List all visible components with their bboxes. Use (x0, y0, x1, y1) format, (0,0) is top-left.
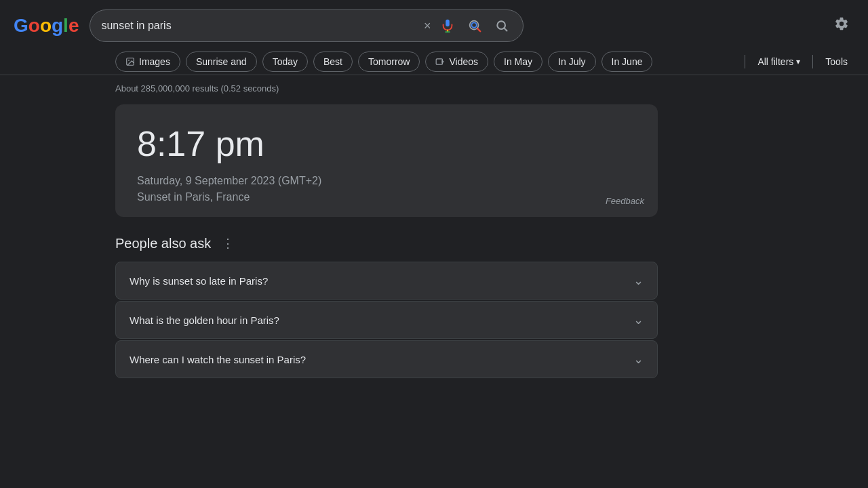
search-submit-button[interactable] (492, 16, 512, 36)
paa-question-2: What is the golden hour in Paris? (130, 314, 279, 326)
feedback-link[interactable]: Feedback (606, 196, 644, 206)
search-query-text: sunset in paris (101, 20, 416, 32)
paa-options-button[interactable]: ⋮ (218, 233, 238, 253)
paa-title: People also ask (115, 236, 211, 251)
chip-images[interactable]: Images (115, 52, 180, 72)
clear-icon[interactable]: × (424, 19, 431, 33)
paa-question-3: Where can I watch the sunset in Paris? (130, 354, 306, 365)
people-also-ask-section: People also ask ⋮ Why is sunset so late … (115, 233, 658, 378)
svg-point-4 (472, 22, 477, 27)
settings-button[interactable] (829, 11, 854, 41)
paa-header: People also ask ⋮ (115, 233, 658, 253)
sunset-time: 8:17 pm (137, 123, 636, 164)
paa-item-3[interactable]: Where can I watch the sunset in Paris? ⌄ (115, 340, 658, 378)
chip-videos[interactable]: Videos (425, 52, 488, 72)
lens-icon (467, 18, 482, 33)
info-date: Saturday, 9 September 2023 (GMT+2) (137, 175, 636, 187)
header-right (829, 11, 854, 41)
google-logo[interactable]: Google (14, 15, 79, 37)
chevron-down-icon: ▾ (796, 57, 800, 66)
chip-tomorrow[interactable]: Tomorrow (358, 52, 420, 72)
paa-item-2[interactable]: What is the golden hour in Paris? ⌄ (115, 301, 658, 339)
chip-in-july[interactable]: In July (548, 52, 595, 72)
chip-sunrise[interactable]: Sunrise and (186, 52, 257, 72)
chip-today[interactable]: Today (262, 52, 308, 72)
gear-icon (834, 16, 849, 31)
all-filters-button[interactable]: All filters ▾ (751, 52, 807, 71)
search-icon (495, 19, 509, 33)
results-count: About 285,000,000 results (0.52 seconds) (115, 83, 854, 94)
header: Google sunset in paris × (0, 0, 868, 52)
info-card: 8:17 pm Saturday, 9 September 2023 (GMT+… (115, 104, 658, 217)
videos-icon (435, 57, 445, 66)
chip-best[interactable]: Best (313, 52, 353, 72)
search-bar[interactable]: sunset in paris × (90, 9, 524, 42)
mic-icon (440, 18, 455, 33)
svg-line-5 (478, 28, 481, 31)
filter-divider (745, 55, 745, 68)
chevron-down-icon-2: ⌄ (633, 312, 644, 327)
chip-in-may[interactable]: In May (494, 52, 542, 72)
chevron-down-icon-3: ⌄ (633, 352, 644, 367)
filter-chips-bar: Images Sunrise and Today Best Tomorrow V… (0, 52, 868, 75)
paa-item-1[interactable]: Why is sunset so late in Paris? ⌄ (115, 262, 658, 300)
search-bar-wrapper: sunset in paris × (90, 9, 524, 42)
results-area: About 285,000,000 results (0.52 seconds)… (0, 75, 868, 378)
chevron-down-icon-1: ⌄ (633, 273, 644, 288)
info-location: Sunset in Paris, France (137, 191, 636, 203)
svg-rect-10 (437, 59, 443, 64)
images-icon (125, 57, 135, 66)
tools-button[interactable]: Tools (818, 52, 854, 71)
filter-tools: All filters ▾ Tools (742, 52, 854, 71)
paa-question-1: Why is sunset so late in Paris? (130, 275, 268, 287)
chip-in-june[interactable]: In June (601, 52, 653, 72)
svg-rect-0 (446, 20, 450, 26)
filter-divider-2 (812, 55, 813, 68)
svg-line-7 (505, 28, 507, 31)
svg-point-9 (128, 60, 130, 61)
voice-search-button[interactable] (437, 16, 458, 36)
lens-search-button[interactable] (465, 16, 485, 36)
